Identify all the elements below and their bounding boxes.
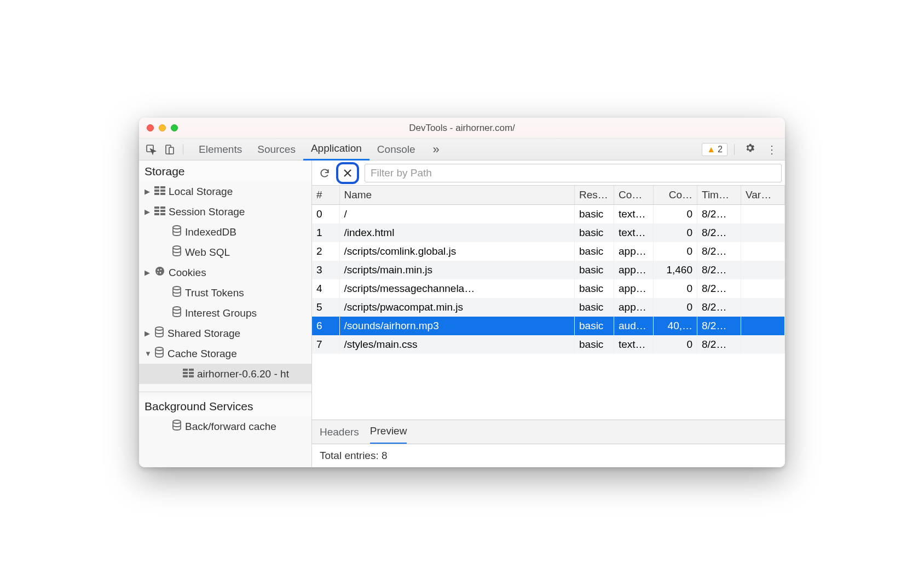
svg-point-15: [173, 226, 181, 229]
detail-tab-headers[interactable]: Headers: [320, 420, 359, 444]
sidebar-item-label: Web SQL: [185, 246, 230, 259]
table-cell: /scripts/main.min.js: [339, 261, 575, 279]
sidebar-item-trust-tokens[interactable]: Trust Tokens: [139, 283, 311, 303]
table-header[interactable]: Tim…: [697, 186, 741, 205]
inspect-element-icon[interactable]: [143, 142, 159, 157]
table-row[interactable]: 6/sounds/airhorn.mp3basicaud…40,…8/2…: [312, 317, 785, 335]
panel-tab-sources[interactable]: Sources: [250, 139, 303, 160]
sidebar-item-session-storage[interactable]: ▶Session Storage: [139, 202, 311, 222]
sidebar-item-local-storage[interactable]: ▶Local Storage: [139, 181, 311, 202]
table-cell: 8/2…: [697, 205, 741, 224]
table-cell: [741, 223, 785, 242]
sidebar-item-indexeddb[interactable]: IndexedDB: [139, 222, 311, 242]
table-row[interactable]: 5/scripts/pwacompat.min.jsbasicapp…08/2…: [312, 298, 785, 317]
table-cell: basic: [575, 223, 614, 242]
expand-icon[interactable]: ▼: [145, 349, 151, 358]
svg-point-25: [155, 347, 163, 351]
titlebar: DevTools - airhorner.com/: [139, 118, 785, 139]
table-cell: 8/2…: [697, 335, 741, 354]
sidebar-item-label: Cache Storage: [168, 348, 237, 360]
table-cell: [741, 205, 785, 224]
svg-rect-29: [189, 372, 194, 374]
sidebar-item-airhorner-0-6-20-ht[interactable]: airhorner-0.6.20 - ht: [139, 364, 311, 384]
refresh-button[interactable]: [315, 164, 334, 182]
filter-input[interactable]: [365, 164, 782, 182]
table-cell: basic: [575, 335, 614, 354]
panel-tabs: ElementsSourcesApplicationConsole: [191, 139, 423, 160]
background-services-tree: Back/forward cache: [139, 416, 311, 441]
cookie-icon: [154, 266, 165, 279]
settings-icon[interactable]: [741, 142, 759, 156]
db-icon: [154, 347, 164, 360]
close-window-button[interactable]: [147, 124, 154, 131]
table-header[interactable]: Res…: [575, 186, 614, 205]
zoom-window-button[interactable]: [171, 124, 178, 131]
svg-rect-12: [160, 210, 165, 212]
device-toggle-icon[interactable]: [162, 142, 177, 157]
table-cell: app…: [614, 242, 654, 261]
table-cell: 4: [312, 279, 339, 298]
detail-tab-preview[interactable]: Preview: [370, 420, 407, 444]
db-icon: [172, 225, 182, 239]
background-services-header: Background Services: [139, 395, 311, 416]
table-cell: 8/2…: [697, 242, 741, 261]
sidebar-separator: [139, 392, 311, 392]
devtools-window: DevTools - airhorner.com/ ElementsSource…: [139, 118, 785, 467]
svg-rect-31: [189, 375, 194, 377]
expand-icon[interactable]: ▶: [145, 187, 151, 196]
sidebar-item-cache-storage[interactable]: ▼Cache Storage: [139, 343, 311, 364]
table-cell: [741, 261, 785, 279]
svg-rect-28: [183, 372, 188, 374]
svg-rect-5: [154, 190, 159, 192]
sidebar-item-interest-groups[interactable]: Interest Groups: [139, 303, 311, 323]
more-options-icon[interactable]: ⋮: [763, 143, 781, 156]
table-cell: 3: [312, 261, 339, 279]
table-row[interactable]: 2/scripts/comlink.global.jsbasicapp…08/2…: [312, 242, 785, 261]
db-icon: [154, 326, 164, 340]
table-row[interactable]: 7/styles/main.cssbasictext…08/2…: [312, 335, 785, 354]
table-cell: text…: [614, 223, 654, 242]
more-tabs-button[interactable]: »: [426, 142, 446, 157]
sidebar-item-label: Local Storage: [169, 186, 233, 198]
table-row[interactable]: 1/index.htmlbasictext…08/2…: [312, 223, 785, 242]
clear-button[interactable]: [336, 162, 359, 184]
expand-icon[interactable]: ▶: [145, 329, 151, 337]
minimize-window-button[interactable]: [159, 124, 166, 131]
sidebar-item-label: Back/forward cache: [185, 421, 276, 433]
table-cell: 8/2…: [697, 223, 741, 242]
table-cell: 7: [312, 335, 339, 354]
svg-rect-8: [160, 193, 165, 195]
panel-tab-console[interactable]: Console: [369, 139, 423, 160]
table-cell: /: [339, 205, 575, 224]
svg-point-24: [155, 327, 163, 330]
expand-icon[interactable]: ▶: [145, 268, 151, 277]
panel-tab-elements[interactable]: Elements: [191, 139, 250, 160]
table-cell: 0: [654, 298, 697, 317]
table-cell: /scripts/pwacompat.min.js: [339, 298, 575, 317]
table-header[interactable]: Co…: [654, 186, 697, 205]
warnings-badge[interactable]: ▲ 2: [702, 143, 727, 156]
svg-rect-30: [183, 375, 188, 377]
table-row[interactable]: 3/scripts/main.min.jsbasicapp…1,4608/2…: [312, 261, 785, 279]
sidebar-item-shared-storage[interactable]: ▶Shared Storage: [139, 323, 311, 343]
svg-point-20: [160, 272, 161, 274]
svg-point-18: [158, 269, 159, 271]
expand-icon[interactable]: ▶: [145, 208, 151, 216]
table-cell: basic: [575, 298, 614, 317]
sidebar-item-cookies[interactable]: ▶Cookies: [139, 262, 311, 283]
db-icon: [172, 306, 182, 320]
sidebar-item-label: Session Storage: [169, 206, 245, 218]
table-header[interactable]: Name: [339, 186, 575, 205]
table-header[interactable]: Var…: [741, 186, 785, 205]
table-row[interactable]: 4/scripts/messagechannela…basicapp…08/2…: [312, 279, 785, 298]
sidebar-item-web-sql[interactable]: Web SQL: [139, 242, 311, 262]
table-cell: 40,…: [654, 317, 697, 335]
table-cell: basic: [575, 205, 614, 224]
sidebar-item-back-forward-cache[interactable]: Back/forward cache: [139, 416, 311, 437]
svg-rect-7: [154, 193, 159, 195]
table-header[interactable]: Co…: [614, 186, 654, 205]
table-header[interactable]: #: [312, 186, 339, 205]
panel-tab-application[interactable]: Application: [303, 139, 369, 160]
svg-point-16: [173, 246, 181, 249]
table-row[interactable]: 0/basictext…08/2…: [312, 205, 785, 224]
